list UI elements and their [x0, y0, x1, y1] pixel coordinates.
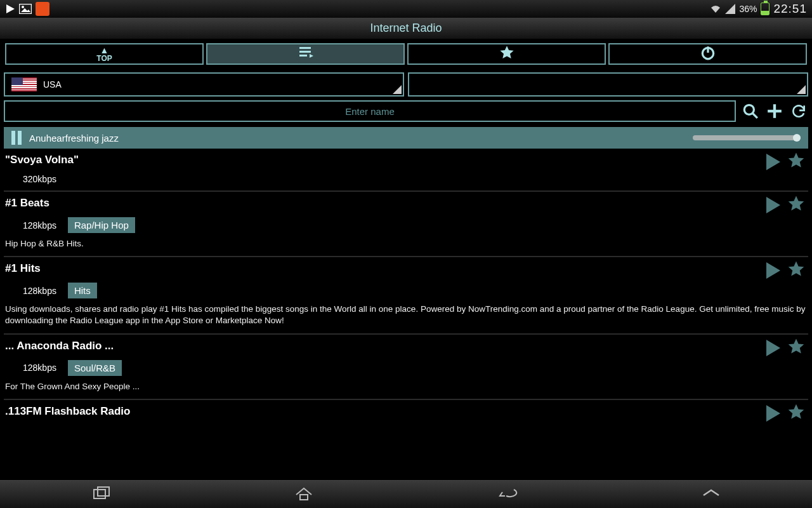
battery-icon	[761, 3, 769, 15]
favorite-button[interactable]	[787, 260, 806, 281]
nav-menu-button[interactable]	[701, 488, 721, 502]
svg-marker-8	[310, 54, 313, 58]
app-title: Internet Radio	[370, 22, 442, 35]
genre-selector[interactable]	[408, 72, 808, 97]
search-button[interactable]	[741, 102, 760, 121]
app-notification-icon	[36, 2, 49, 16]
play-button[interactable]	[766, 154, 780, 170]
station-title: #1 Beats	[5, 197, 807, 210]
station-item[interactable]: #1 Beats 128kbps Rap/Hip Hop Hip Hop & R…	[4, 192, 808, 257]
station-bitrate: 128kbps	[23, 363, 56, 373]
now-playing-title: Anuhearfreshing jazz	[29, 133, 119, 144]
dropdown-indicator-icon	[797, 85, 806, 94]
station-item[interactable]: .113FM Flashback Radio	[4, 400, 808, 424]
station-bitrate: 320kbps	[23, 174, 56, 184]
play-button[interactable]	[766, 405, 780, 422]
refresh-button[interactable]	[789, 102, 808, 121]
station-description: Using downloads, shares and radio play #…	[5, 304, 807, 326]
filter-row: USA	[0, 70, 812, 99]
station-title: ... Anaconda Radio ...	[5, 340, 807, 352]
arrow-up-icon: ▲	[100, 46, 109, 55]
pause-icon[interactable]	[11, 131, 22, 145]
svg-rect-15	[94, 490, 105, 498]
svg-point-11	[744, 105, 754, 114]
nav-back-button[interactable]	[496, 486, 519, 504]
tab-top[interactable]: ▲ TOP	[5, 43, 204, 65]
station-bitrate: 128kbps	[23, 220, 56, 231]
svg-marker-4	[725, 4, 735, 14]
station-bitrate: 128kbps	[23, 286, 56, 296]
volume-slider[interactable]	[693, 135, 801, 140]
tab-bar: ▲ TOP	[0, 39, 812, 70]
star-icon	[499, 44, 515, 64]
svg-marker-3	[21, 8, 30, 12]
country-label: USA	[43, 79, 62, 90]
station-list: "Svoya Volna" 320kbps #1 Beats 128kbps R…	[0, 149, 812, 424]
tab-top-label: TOP	[96, 55, 112, 62]
country-selector[interactable]: USA	[4, 72, 404, 97]
svg-rect-7	[299, 55, 307, 57]
svg-rect-17	[300, 495, 308, 500]
add-button[interactable]	[765, 102, 784, 121]
genre-chip[interactable]: Soul/R&B	[68, 360, 122, 376]
station-item[interactable]: "Svoya Volna" 320kbps	[4, 149, 808, 192]
favorite-button[interactable]	[787, 194, 806, 216]
list-icon	[298, 46, 313, 62]
search-box[interactable]	[4, 100, 736, 122]
signal-icon	[725, 4, 735, 14]
favorite-button[interactable]	[787, 151, 806, 173]
image-notification-icon	[19, 4, 32, 14]
station-title: .113FM Flashback Radio	[5, 405, 807, 418]
flag-icon	[11, 77, 37, 91]
search-row	[0, 99, 812, 126]
svg-line-12	[752, 113, 757, 118]
station-description: Hip Hop & R&B Hits.	[5, 238, 807, 250]
power-icon	[700, 44, 716, 64]
svg-rect-6	[299, 51, 311, 53]
play-button[interactable]	[766, 197, 780, 213]
svg-point-2	[22, 6, 24, 8]
dropdown-indicator-icon	[393, 85, 402, 94]
favorite-button[interactable]	[787, 337, 806, 359]
app-title-bar: Internet Radio	[0, 18, 812, 39]
tab-list[interactable]	[206, 43, 405, 65]
battery-text: 36%	[739, 4, 757, 14]
station-item[interactable]: #1 Hits 128kbps Hits Using downloads, sh…	[4, 257, 808, 334]
search-input[interactable]	[5, 106, 735, 117]
now-playing-bar[interactable]: Anuhearfreshing jazz	[4, 127, 808, 149]
station-title: #1 Hits	[5, 262, 807, 275]
tab-favorites[interactable]	[407, 43, 606, 65]
tab-power[interactable]	[608, 43, 807, 65]
clock: 22:51	[773, 2, 807, 16]
favorite-button[interactable]	[787, 403, 806, 424]
nav-recent-button[interactable]	[91, 486, 112, 504]
svg-rect-5	[299, 47, 311, 49]
nav-home-button[interactable]	[294, 486, 314, 504]
play-button[interactable]	[766, 262, 780, 279]
play-notification-icon	[5, 4, 15, 14]
station-item[interactable]: ... Anaconda Radio ... 128kbps Soul/R&B …	[4, 335, 808, 400]
android-nav-bar	[0, 480, 812, 508]
wifi-icon	[710, 4, 721, 14]
svg-marker-0	[6, 4, 15, 13]
station-description: For The Grown And Sexy People ...	[5, 381, 807, 392]
play-button[interactable]	[766, 340, 780, 356]
genre-chip[interactable]: Hits	[68, 283, 97, 298]
station-title: "Svoya Volna"	[5, 154, 807, 166]
android-status-bar: 36% 22:51	[0, 0, 812, 18]
genre-chip[interactable]: Rap/Hip Hop	[68, 217, 135, 233]
svg-rect-16	[98, 487, 109, 496]
